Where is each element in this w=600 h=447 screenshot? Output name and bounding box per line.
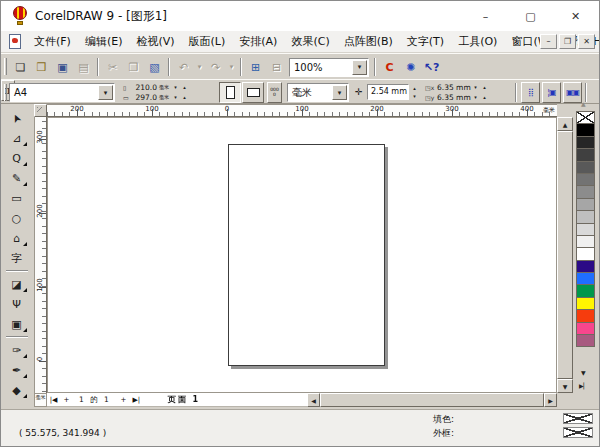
polygon-tool[interactable]: ⌂ [6,229,28,247]
dup-y-spin-up[interactable]: ▴ [480,93,489,102]
horizontal-scrollbar[interactable]: ◀ ▶ [307,393,557,407]
text-tool[interactable]: 字 [6,249,28,267]
freehand-tool[interactable]: ✎ [6,169,28,187]
nudge-spin-up[interactable]: ▴ [410,84,419,92]
export-button[interactable]: ⊟ [266,57,287,78]
interactive-transparency-tool[interactable]: Ψ [6,295,28,313]
palette-scroll-up-button[interactable]: ▲ [581,100,586,107]
new-button[interactable]: ❏ [10,57,31,78]
document-minimize-button[interactable]: – [540,34,557,49]
palette-swatch-11[interactable] [576,247,595,260]
palette-swatch-1[interactable] [576,123,595,136]
palette-swatch-12[interactable] [576,260,595,273]
propbar-drag-handle[interactable] [4,84,7,101]
height-spin-up[interactable]: ▴ [180,93,189,102]
menu-item-effects[interactable]: 效果(C) [284,31,336,52]
save-button[interactable]: ▣ [52,57,73,78]
menu-item-text[interactable]: 文字(T) [400,31,451,52]
dup-y-spin-down[interactable]: ▾ [471,93,480,102]
menu-item-bitmaps[interactable]: 点阵图(B) [337,31,400,52]
palette-swatch-18[interactable] [576,334,595,347]
zoom-level-combobox[interactable]: 100%▾ [289,58,369,77]
chevron-down-icon[interactable]: ▾ [352,60,367,75]
undo-button[interactable]: ↶ [173,57,194,78]
dup-x-spin-up[interactable]: ▴ [480,83,489,92]
palette-swatch-10[interactable] [576,235,595,248]
eyedropper-tool[interactable]: ✑ [6,341,28,359]
palette-expand-button[interactable]: ▶▏ [579,382,588,389]
document-restore-button[interactable]: ❐ [559,34,576,49]
portrait-button[interactable] [219,82,241,103]
import-button[interactable]: ⊞ [245,57,266,78]
application-launcher-button[interactable]: C [379,57,400,78]
interactive-blend-tool[interactable]: ▣ [6,315,28,333]
redo-button[interactable]: ↷ [205,57,226,78]
width-spin-down[interactable]: ▾ [171,83,180,92]
add-page-before-button[interactable]: + [60,393,73,406]
horizontal-scrollbar-thumb[interactable] [320,393,544,407]
palette-swatch-4[interactable] [576,161,595,174]
width-spin-up[interactable]: ▴ [180,83,189,92]
pick-tool[interactable]: ➤ [6,109,28,127]
palette-swatch-14[interactable] [576,284,595,297]
copy-button[interactable]: ❐ [123,57,144,78]
open-button[interactable]: ❒ [31,57,52,78]
set-default-page-button[interactable]: 000 0 [267,82,282,103]
drawing-canvas[interactable] [47,117,557,393]
print-button[interactable]: ▤ [73,57,94,78]
maximize-button[interactable]: ▢ [508,2,553,30]
menu-item-tools[interactable]: 工具(O) [451,31,504,52]
zoom-tool[interactable]: Q [6,149,28,167]
document-close-button[interactable]: ✕ [578,34,595,49]
paper-type-combobox[interactable]: A4 ▾ [9,83,115,102]
palette-swatch-16[interactable] [576,309,595,322]
fill-tool[interactable]: ◆ [6,381,28,399]
snap-to-guidelines-button[interactable]: ¦▣ [542,82,561,103]
snap-to-grid-button[interactable]: ⣿ [521,82,540,103]
menu-item-edit[interactable]: 编辑(E) [78,31,130,52]
scroll-down-button[interactable]: ▼ [557,379,573,393]
vertical-scrollbar-thumb[interactable] [557,131,573,379]
palette-no-color-swatch[interactable] [576,111,595,124]
units-combobox[interactable]: 毫米 ▾ [287,83,349,102]
palette-swatch-15[interactable] [576,297,595,310]
vertical-scrollbar[interactable]: ▲ ▼ [557,117,573,393]
scroll-right-button[interactable]: ▶ [544,393,557,407]
last-page-button[interactable]: ▶| [130,393,143,406]
paste-button[interactable]: ▧ [144,57,165,78]
height-spin-down[interactable]: ▾ [171,93,180,102]
menu-item-layout[interactable]: 版面(L) [182,31,233,52]
redo-dropdown[interactable]: ▾ [226,57,237,78]
chevron-down-icon[interactable]: ▾ [332,85,347,100]
palette-swatch-5[interactable] [576,173,595,186]
page-tab[interactable]: 页面 1 [151,393,217,406]
menu-item-file[interactable]: 文件(F) [27,31,78,52]
vertical-ruler[interactable]: 3002001000 [34,117,47,393]
nudge-spin-down[interactable]: ▾ [410,92,419,100]
first-page-button[interactable]: |◀ [47,393,60,406]
corel-online-button[interactable]: ✺ [400,57,421,78]
cut-button[interactable]: ✂ [102,57,123,78]
palette-swatch-6[interactable] [576,185,595,198]
palette-scroll-down-button[interactable]: ▼ [581,369,586,376]
palette-swatch-2[interactable] [576,136,595,149]
palette-swatch-7[interactable] [576,198,595,211]
ruler-origin-button[interactable] [34,104,47,117]
palette-swatch-17[interactable] [576,322,595,335]
nudge-offset-field[interactable]: 2.54 mm [367,84,409,100]
add-page-after-button[interactable]: + [117,393,130,406]
horizontal-ruler[interactable]: 毫米 2001000100200300400 [47,104,557,117]
page-outline[interactable] [228,144,385,366]
palette-swatch-13[interactable] [576,272,595,285]
paper-width-field[interactable]: 210.0 [131,83,157,92]
palette-swatch-8[interactable] [576,210,595,223]
outline-tool[interactable]: ✒ [6,361,28,379]
toolbar-drag-handle[interactable] [4,58,7,75]
landscape-button[interactable] [242,82,264,103]
menu-item-view[interactable]: 检视(V) [129,31,181,52]
scroll-up-button[interactable]: ▲ [557,117,573,131]
rectangle-tool[interactable]: ▭ [6,189,28,207]
minimize-button[interactable]: – [463,2,508,30]
duplicate-y-field[interactable]: 6.35 mm [437,93,471,102]
close-button[interactable]: ✕ [553,2,598,30]
